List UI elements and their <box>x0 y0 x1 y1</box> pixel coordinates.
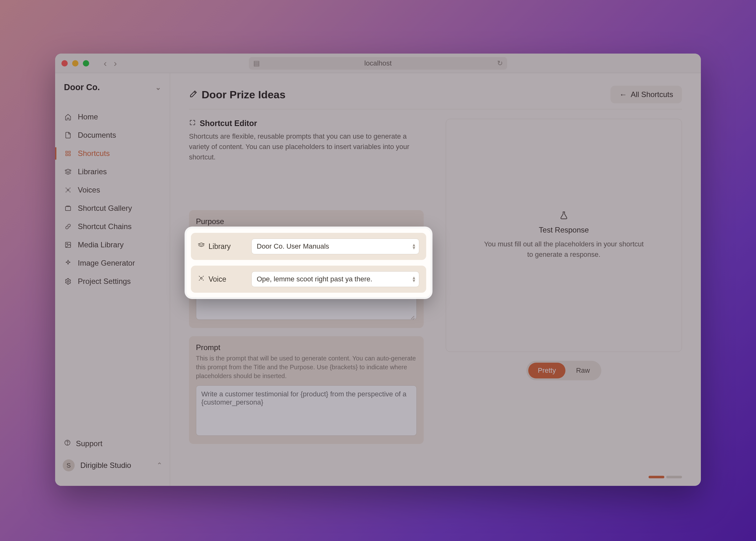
sidebar-item-label: Home <box>78 113 98 121</box>
sidebar-item-shortcuts[interactable]: Shortcuts <box>55 145 170 162</box>
sidebar-item-media-library[interactable]: Media Library <box>55 236 170 254</box>
voices-icon <box>64 187 72 194</box>
sidebar-item-project-settings[interactable]: Project Settings <box>55 272 170 290</box>
library-field: Library Door Co. User Manuals ▴▾ <box>191 233 426 260</box>
chevron-down-icon: ⌄ <box>155 84 161 92</box>
svg-point-0 <box>67 189 69 191</box>
sidebar: Door Co. ⌄ Home Documents Shortcuts <box>55 73 170 486</box>
sidebar-item-label: Media Library <box>78 241 124 249</box>
url-bar[interactable]: ▤ localhost ↻ <box>249 57 507 70</box>
arrow-left-icon: ← <box>619 90 627 99</box>
svg-point-7 <box>200 277 202 279</box>
svg-point-4 <box>67 280 69 282</box>
select-updown-icon: ▴▾ <box>413 243 415 249</box>
sidebar-item-label: Shortcut Chains <box>78 222 132 231</box>
section-title: Shortcut Editor <box>189 119 424 128</box>
org-name: Door Co. <box>64 83 100 92</box>
home-icon <box>64 114 72 120</box>
org-selector[interactable]: Door Co. ⌄ <box>55 73 170 102</box>
sidebar-item-voices[interactable]: Voices <box>55 181 170 199</box>
sidebar-item-label: Shortcut Gallery <box>78 204 132 213</box>
editor-icon <box>189 119 196 128</box>
voice-select[interactable]: Ope, lemme scoot right past ya there. ▴▾ <box>251 271 419 287</box>
select-updown-icon: ▴▾ <box>413 276 415 282</box>
sidebar-item-shortcut-gallery[interactable]: Shortcut Gallery <box>55 200 170 217</box>
flask-icon <box>560 211 568 221</box>
indicator-segment <box>666 476 682 478</box>
library-icon <box>198 242 205 251</box>
shortcuts-icon <box>64 150 72 157</box>
svg-point-6 <box>67 444 67 444</box>
window-controls <box>61 60 89 67</box>
svg-rect-1 <box>66 207 71 211</box>
indicator-segment <box>648 476 664 478</box>
browser-back-icon[interactable]: ‹ <box>104 59 107 68</box>
all-shortcuts-button[interactable]: ← All Shortcuts <box>610 86 682 103</box>
page-title: Door Prize Ideas <box>189 89 285 101</box>
sidebar-item-label: Libraries <box>78 167 107 176</box>
view-toggle: Pretty Raw <box>526 361 601 380</box>
sidebar-item-label: Voices <box>78 186 100 195</box>
sidebar-item-home[interactable]: Home <box>55 108 170 126</box>
image-gen-icon <box>64 260 72 267</box>
sidebar-item-label: Image Generator <box>78 259 135 268</box>
section-description: Shortcuts are flexible, reusable prompts… <box>189 131 419 162</box>
library-select[interactable]: Door Co. User Manuals ▴▾ <box>251 239 419 254</box>
reload-icon[interactable]: ↻ <box>497 59 503 67</box>
purpose-label: Purpose <box>196 217 417 226</box>
prompt-desc: This is the prompt that will be used to … <box>196 354 417 380</box>
button-label: All Shortcuts <box>631 90 673 99</box>
browser-titlebar: ‹ › ▤ localhost ↻ <box>55 54 701 73</box>
voice-label: Voice <box>208 275 226 283</box>
window-close[interactable] <box>61 60 68 67</box>
media-icon <box>64 242 72 248</box>
sidebar-item-label: Support <box>76 439 102 448</box>
chains-icon <box>64 223 72 230</box>
sidebar-item-libraries[interactable]: Libraries <box>55 163 170 181</box>
voice-value: Ope, lemme scoot right past ya there. <box>257 275 372 283</box>
sidebar-item-shortcut-chains[interactable]: Shortcut Chains <box>55 218 170 236</box>
account-selector[interactable]: S Dirigible Studio ⌃ <box>55 452 170 478</box>
toggle-raw[interactable]: Raw <box>567 363 599 378</box>
url-text: localhost <box>364 59 392 67</box>
prompt-label: Prompt <box>196 343 417 352</box>
window-minimize[interactable] <box>72 60 79 67</box>
voice-field: Voice Ope, lemme scoot right past ya the… <box>191 266 426 293</box>
sidebar-item-support[interactable]: Support <box>55 435 170 452</box>
sidebar-item-label: Project Settings <box>78 277 131 286</box>
sidebar-item-label: Documents <box>78 131 116 140</box>
toggle-pretty[interactable]: Pretty <box>528 363 565 378</box>
sidebar-item-documents[interactable]: Documents <box>55 126 170 144</box>
svg-point-3 <box>67 243 68 245</box>
libraries-icon <box>64 168 72 175</box>
settings-icon <box>64 278 72 285</box>
document-icon <box>64 132 72 139</box>
sidebar-item-label: Shortcuts <box>78 149 110 158</box>
progress-indicator <box>648 476 682 478</box>
library-value: Door Co. User Manuals <box>257 242 329 251</box>
preview-title: Test Response <box>539 226 589 235</box>
library-label: Library <box>208 242 230 251</box>
preview-desc: You must fill out all the placeholders i… <box>482 239 646 260</box>
site-settings-icon[interactable]: ▤ <box>253 59 260 67</box>
help-icon <box>64 439 71 448</box>
preview-panel: Test Response You must fill out all the … <box>446 119 682 352</box>
chevron-up-icon: ⌃ <box>157 461 162 469</box>
gallery-icon <box>64 205 72 212</box>
resize-handle[interactable] <box>410 315 415 319</box>
voice-icon <box>198 275 205 283</box>
window-zoom[interactable] <box>83 60 89 67</box>
edit-icon <box>189 89 198 101</box>
prompt-block: Prompt This is the prompt that will be u… <box>189 336 424 444</box>
prompt-textarea[interactable] <box>196 385 417 436</box>
avatar: S <box>63 459 75 471</box>
browser-forward-icon[interactable]: › <box>114 59 117 68</box>
account-name: Dirigible Studio <box>80 461 131 470</box>
sidebar-item-image-generator[interactable]: Image Generator <box>55 254 170 272</box>
